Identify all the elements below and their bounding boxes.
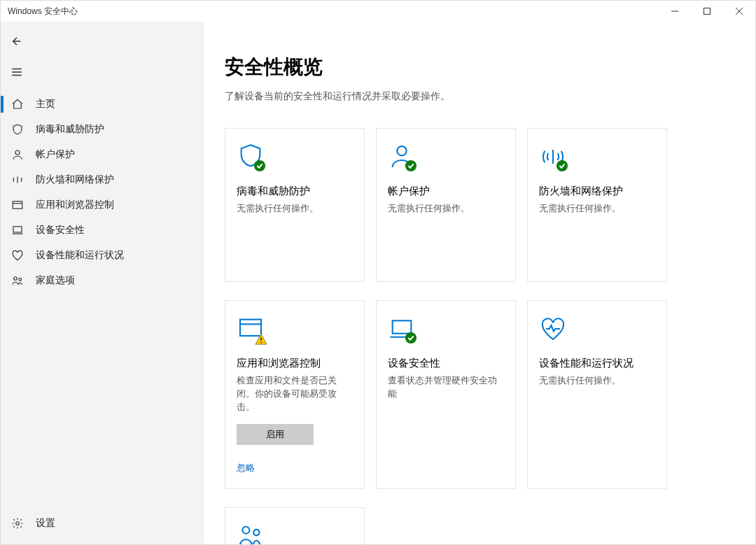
nav-settings[interactable]: 设置 [1,511,203,536]
nav-label: 病毒和威胁防护 [36,123,104,136]
nav-label: 应用和浏览器控制 [36,199,114,211]
card-text: 无需执行任何操作。 [539,374,655,388]
person-icon [10,148,24,161]
card-title: 防火墙和网络保护 [539,185,655,198]
svg-point-26 [260,341,262,343]
card-title: 帐户保护 [388,185,504,198]
laptop-icon [10,224,24,236]
dismiss-link[interactable]: 忽略 [237,462,353,474]
family-icon [10,274,24,287]
close-button[interactable] [723,1,755,22]
check-badge-icon [253,160,266,172]
svg-rect-10 [13,201,22,209]
card-title: 设备性能和运行状况 [539,357,655,370]
heart-icon [10,249,24,262]
nav-home[interactable]: 主页 [1,92,203,117]
app-body: 主页 病毒和威胁防护 帐户保护 防火墙和网络保护 应用和浏览器控制 [1,22,755,544]
svg-point-18 [397,146,406,155]
svg-rect-1 [704,8,710,15]
card-text: 无需执行任何操作。 [539,202,655,215]
nav-label: 设备性能和运行状况 [36,249,124,262]
svg-point-19 [405,160,416,171]
svg-rect-12 [13,227,22,232]
svg-point-31 [253,529,259,535]
hamburger-button[interactable] [1,57,203,87]
card-title: 应用和浏览器控制 [237,357,353,370]
cards-grid: 病毒和威胁防护 无需执行任何操作。 帐户保护 无需执行任何操作。 [225,128,715,544]
gear-icon [10,517,24,530]
shield-icon [10,123,24,136]
nav-label: 帐户保护 [36,148,75,161]
card-app-browser[interactable]: 应用和浏览器控制 检查应用和文件是否已关闭。你的设备可能易受攻击。 启用 忽略 [225,300,365,489]
nav-account[interactable]: 帐户保护 [1,142,203,167]
card-text: 无需执行任何操作。 [237,202,353,215]
svg-point-8 [15,150,20,155]
card-text: 无需执行任何操作。 [388,202,504,215]
window-title: Windows 安全中心 [8,6,659,17]
card-account[interactable]: 帐户保护 无需执行任何操作。 [376,128,516,282]
sidebar: 主页 病毒和威胁防护 帐户保护 防火墙和网络保护 应用和浏览器控制 [1,22,204,544]
card-device-security[interactable]: 设备安全性 查看状态并管理硬件安全功能 [376,300,516,489]
nav-label: 防火墙和网络保护 [36,174,114,186]
back-button[interactable] [1,26,203,57]
nav: 主页 病毒和威胁防护 帐户保护 防火墙和网络保护 应用和浏览器控制 [1,92,203,511]
svg-point-21 [556,160,568,171]
family-icon [237,522,265,544]
warning-badge-icon [255,333,267,346]
card-firewall[interactable]: 防火墙和网络保护 无需执行任何操作。 [527,128,667,282]
nav-label: 设置 [36,517,55,530]
card-title: 病毒和威胁防护 [237,185,353,198]
app-window: Windows 安全中心 主页 [0,0,756,545]
card-family[interactable]: 家庭选项 管理你的家人使用设备的方式。 [225,507,365,544]
nav-family[interactable]: 家庭选项 [1,268,203,293]
enable-button[interactable]: 启用 [237,424,314,445]
check-badge-icon [405,332,417,344]
signal-icon [10,174,24,186]
card-device-health[interactable]: 设备性能和运行状况 无需执行任何操作。 [527,300,667,489]
page-title: 安全性概览 [225,54,715,80]
browser-icon [10,199,24,211]
card-virus[interactable]: 病毒和威胁防护 无需执行任何操作。 [225,128,365,282]
svg-point-15 [19,278,22,281]
svg-point-30 [242,526,249,533]
nav-device-security[interactable]: 设备安全性 [1,218,203,243]
nav-label: 家庭选项 [36,274,75,287]
nav-virus[interactable]: 病毒和威胁防护 [1,117,203,142]
card-text: 检查应用和文件是否已关闭。你的设备可能易受攻击。 [237,374,353,414]
svg-point-29 [405,332,416,344]
main-content: 安全性概览 了解设备当前的安全性和运行情况并采取必要操作。 病毒和威胁防护 无需… [204,22,755,544]
nav-firewall[interactable]: 防火墙和网络保护 [1,167,203,192]
minimize-button[interactable] [659,1,691,22]
svg-point-17 [254,160,265,171]
nav-label: 设备安全性 [36,224,85,236]
nav-app-browser[interactable]: 应用和浏览器控制 [1,192,203,218]
check-badge-icon [556,160,568,172]
svg-point-16 [16,522,20,525]
maximize-button[interactable] [691,1,723,22]
card-text: 查看状态并管理硬件安全功能 [388,374,504,401]
titlebar: Windows 安全中心 [1,1,755,22]
svg-point-14 [14,277,18,281]
check-badge-icon [405,160,417,172]
home-icon [10,98,24,111]
page-subtitle: 了解设备当前的安全性和运行情况并采取必要操作。 [225,90,715,103]
heart-icon [539,315,567,343]
card-title: 设备安全性 [388,357,504,370]
nav-label: 主页 [36,98,55,111]
nav-device-health[interactable]: 设备性能和运行状况 [1,243,203,268]
